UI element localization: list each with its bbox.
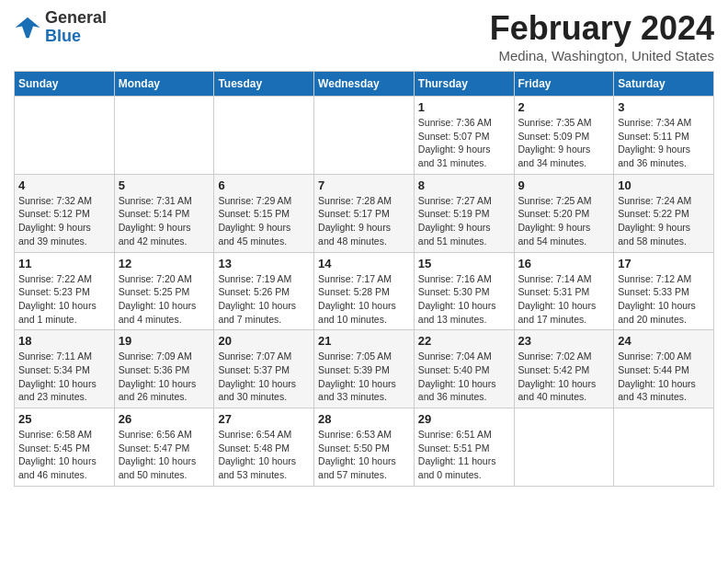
logo-text: General Blue xyxy=(45,9,107,46)
day-number: 16 xyxy=(518,257,610,270)
day-info: Sunrise: 7:14 AM Sunset: 5:31 PM Dayligh… xyxy=(518,272,610,327)
calendar-header: SundayMondayTuesdayWednesdayThursdayFrid… xyxy=(15,72,714,97)
calendar-cell: 12Sunrise: 7:20 AM Sunset: 5:25 PM Dayli… xyxy=(114,252,214,330)
calendar-cell: 1Sunrise: 7:36 AM Sunset: 5:07 PM Daylig… xyxy=(414,97,514,175)
day-info: Sunrise: 7:31 AM Sunset: 5:14 PM Dayligh… xyxy=(119,194,210,248)
day-number: 1 xyxy=(418,100,510,114)
calendar-cell xyxy=(15,97,115,175)
day-number: 11 xyxy=(18,257,110,270)
day-number: 5 xyxy=(119,178,210,192)
day-number: 8 xyxy=(418,178,510,192)
calendar-cell xyxy=(314,97,415,175)
title-block: February 2024 Medina, Washington, United… xyxy=(490,9,714,63)
day-info: Sunrise: 6:54 AM Sunset: 5:48 PM Dayligh… xyxy=(218,428,310,482)
calendar-cell: 7Sunrise: 7:28 AM Sunset: 5:17 PM Daylig… xyxy=(314,174,415,252)
day-number: 6 xyxy=(218,178,310,192)
day-number: 28 xyxy=(318,412,410,426)
day-info: Sunrise: 7:11 AM Sunset: 5:34 PM Dayligh… xyxy=(18,350,110,404)
day-info: Sunrise: 7:36 AM Sunset: 5:07 PM Dayligh… xyxy=(418,116,510,170)
day-info: Sunrise: 7:12 AM Sunset: 5:33 PM Dayligh… xyxy=(618,272,710,327)
calendar-cell: 29Sunrise: 6:51 AM Sunset: 5:51 PM Dayli… xyxy=(414,408,514,487)
calendar-cell: 18Sunrise: 7:11 AM Sunset: 5:34 PM Dayli… xyxy=(15,330,115,408)
calendar-cell: 13Sunrise: 7:19 AM Sunset: 5:26 PM Dayli… xyxy=(214,252,314,330)
day-number: 24 xyxy=(618,334,710,348)
calendar-cell xyxy=(214,97,314,175)
calendar-cell xyxy=(114,97,214,175)
day-number: 7 xyxy=(318,178,410,192)
day-number: 12 xyxy=(119,257,210,270)
calendar-cell: 27Sunrise: 6:54 AM Sunset: 5:48 PM Dayli… xyxy=(214,408,314,487)
weekday-header: Sunday xyxy=(15,72,115,97)
day-info: Sunrise: 7:35 AM Sunset: 5:09 PM Dayligh… xyxy=(518,116,610,170)
day-number: 25 xyxy=(18,412,110,426)
calendar-table: SundayMondayTuesdayWednesdayThursdayFrid… xyxy=(14,71,714,487)
day-number: 15 xyxy=(418,257,510,270)
weekday-header: Wednesday xyxy=(314,72,415,97)
day-info: Sunrise: 6:56 AM Sunset: 5:47 PM Dayligh… xyxy=(119,428,210,482)
page-subtitle: Medina, Washington, United States xyxy=(490,48,714,63)
calendar-cell: 10Sunrise: 7:24 AM Sunset: 5:22 PM Dayli… xyxy=(614,174,714,252)
day-info: Sunrise: 7:32 AM Sunset: 5:12 PM Dayligh… xyxy=(18,194,110,248)
calendar-cell: 15Sunrise: 7:16 AM Sunset: 5:30 PM Dayli… xyxy=(414,252,514,330)
day-info: Sunrise: 7:07 AM Sunset: 5:37 PM Dayligh… xyxy=(218,350,310,404)
day-info: Sunrise: 7:29 AM Sunset: 5:15 PM Dayligh… xyxy=(218,194,310,248)
page-header: General Blue February 2024 Medina, Washi… xyxy=(14,9,714,63)
day-info: Sunrise: 7:19 AM Sunset: 5:26 PM Dayligh… xyxy=(218,272,310,327)
day-number: 13 xyxy=(218,257,310,270)
weekday-header: Thursday xyxy=(414,72,514,97)
calendar-cell: 26Sunrise: 6:56 AM Sunset: 5:47 PM Dayli… xyxy=(114,408,214,487)
calendar-body: 1Sunrise: 7:36 AM Sunset: 5:07 PM Daylig… xyxy=(15,97,714,487)
day-number: 3 xyxy=(618,100,710,114)
calendar-cell: 21Sunrise: 7:05 AM Sunset: 5:39 PM Dayli… xyxy=(314,330,415,408)
day-info: Sunrise: 7:05 AM Sunset: 5:39 PM Dayligh… xyxy=(318,350,410,404)
day-info: Sunrise: 7:17 AM Sunset: 5:28 PM Dayligh… xyxy=(318,272,410,327)
calendar-week-row: 18Sunrise: 7:11 AM Sunset: 5:34 PM Dayli… xyxy=(15,330,714,408)
day-info: Sunrise: 6:51 AM Sunset: 5:51 PM Dayligh… xyxy=(418,428,510,482)
calendar-cell: 16Sunrise: 7:14 AM Sunset: 5:31 PM Dayli… xyxy=(514,252,614,330)
day-info: Sunrise: 7:22 AM Sunset: 5:23 PM Dayligh… xyxy=(18,272,110,327)
weekday-header: Saturday xyxy=(614,72,714,97)
calendar-cell: 17Sunrise: 7:12 AM Sunset: 5:33 PM Dayli… xyxy=(614,252,714,330)
header-row: SundayMondayTuesdayWednesdayThursdayFrid… xyxy=(15,72,714,97)
calendar-cell: 19Sunrise: 7:09 AM Sunset: 5:36 PM Dayli… xyxy=(114,330,214,408)
day-info: Sunrise: 6:58 AM Sunset: 5:45 PM Dayligh… xyxy=(18,428,110,482)
page-title: February 2024 xyxy=(490,9,714,48)
day-number: 27 xyxy=(218,412,310,426)
weekday-header: Tuesday xyxy=(214,72,314,97)
calendar-cell: 23Sunrise: 7:02 AM Sunset: 5:42 PM Dayli… xyxy=(514,330,614,408)
day-info: Sunrise: 7:00 AM Sunset: 5:44 PM Dayligh… xyxy=(618,350,710,404)
weekday-header: Friday xyxy=(514,72,614,97)
calendar-cell: 28Sunrise: 6:53 AM Sunset: 5:50 PM Dayli… xyxy=(314,408,415,487)
day-info: Sunrise: 7:34 AM Sunset: 5:11 PM Dayligh… xyxy=(618,116,710,170)
calendar-cell: 9Sunrise: 7:25 AM Sunset: 5:20 PM Daylig… xyxy=(514,174,614,252)
calendar-cell: 25Sunrise: 6:58 AM Sunset: 5:45 PM Dayli… xyxy=(15,408,115,487)
calendar-cell: 3Sunrise: 7:34 AM Sunset: 5:11 PM Daylig… xyxy=(614,97,714,175)
day-number: 19 xyxy=(119,334,210,348)
calendar-cell: 11Sunrise: 7:22 AM Sunset: 5:23 PM Dayli… xyxy=(15,252,115,330)
calendar-cell: 5Sunrise: 7:31 AM Sunset: 5:14 PM Daylig… xyxy=(114,174,214,252)
day-info: Sunrise: 7:02 AM Sunset: 5:42 PM Dayligh… xyxy=(518,350,610,404)
day-info: Sunrise: 7:09 AM Sunset: 5:36 PM Dayligh… xyxy=(119,350,210,404)
calendar-cell xyxy=(514,408,614,487)
calendar-cell: 8Sunrise: 7:27 AM Sunset: 5:19 PM Daylig… xyxy=(414,174,514,252)
day-info: Sunrise: 7:27 AM Sunset: 5:19 PM Dayligh… xyxy=(418,194,510,248)
day-info: Sunrise: 7:04 AM Sunset: 5:40 PM Dayligh… xyxy=(418,350,510,404)
day-number: 23 xyxy=(518,334,610,348)
calendar-cell: 14Sunrise: 7:17 AM Sunset: 5:28 PM Dayli… xyxy=(314,252,415,330)
calendar-cell: 6Sunrise: 7:29 AM Sunset: 5:15 PM Daylig… xyxy=(214,174,314,252)
logo-bird-icon xyxy=(14,14,41,41)
day-number: 4 xyxy=(18,178,110,192)
day-number: 26 xyxy=(119,412,210,426)
calendar-week-row: 11Sunrise: 7:22 AM Sunset: 5:23 PM Dayli… xyxy=(15,252,714,330)
logo: General Blue xyxy=(14,9,107,46)
day-info: Sunrise: 7:28 AM Sunset: 5:17 PM Dayligh… xyxy=(318,194,410,248)
day-number: 21 xyxy=(318,334,410,348)
day-number: 18 xyxy=(18,334,110,348)
calendar-cell xyxy=(614,408,714,487)
day-number: 29 xyxy=(418,412,510,426)
calendar-cell: 20Sunrise: 7:07 AM Sunset: 5:37 PM Dayli… xyxy=(214,330,314,408)
day-number: 10 xyxy=(618,178,710,192)
day-info: Sunrise: 7:20 AM Sunset: 5:25 PM Dayligh… xyxy=(119,272,210,327)
day-info: Sunrise: 6:53 AM Sunset: 5:50 PM Dayligh… xyxy=(318,428,410,482)
calendar-cell: 4Sunrise: 7:32 AM Sunset: 5:12 PM Daylig… xyxy=(15,174,115,252)
